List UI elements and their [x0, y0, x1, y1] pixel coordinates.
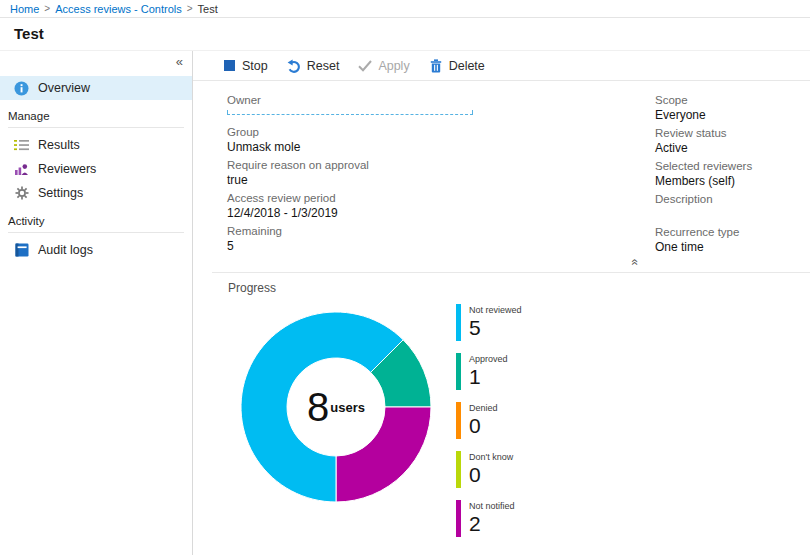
field-label: Group [227, 125, 655, 140]
field-value: Members (self) [655, 174, 810, 189]
breadcrumb-separator-icon: > [44, 3, 50, 14]
field-label: Remaining [227, 224, 655, 239]
reset-button[interactable]: Reset [287, 59, 340, 73]
field-recurrence-type: Recurrence type One time [655, 225, 810, 255]
field-value: 12/4/2018 - 1/3/2019 [227, 206, 655, 221]
apply-button[interactable]: Apply [358, 59, 409, 73]
reset-undo-icon [287, 59, 301, 73]
chart-legend: Not reviewed 5 Approved 1 [456, 304, 522, 549]
legend-item-not-notified: Not notified 2 [456, 500, 522, 537]
field-remaining: Remaining 5 [227, 224, 655, 254]
apply-check-icon [358, 59, 372, 73]
stop-button[interactable]: Stop [222, 59, 268, 73]
legend-value: 0 [469, 414, 498, 437]
progress-section: Progress 8users Not reviewed 5 [193, 273, 810, 502]
legend-value: 5 [469, 316, 522, 339]
main-panel: Stop Reset Apply [193, 51, 810, 555]
sidebar-item-reviewers[interactable]: Reviewers [0, 157, 192, 181]
command-bar: Stop Reset Apply [193, 51, 810, 81]
field-label: Scope [655, 93, 810, 108]
sidebar-item-results[interactable]: Results [0, 133, 192, 157]
field-label: Recurrence type [655, 225, 810, 240]
field-value: One time [655, 240, 810, 255]
field-value: 5 [227, 239, 655, 254]
stop-button-label: Stop [242, 59, 268, 73]
legend-item-denied: Denied 0 [456, 402, 522, 439]
delete-button[interactable]: Delete [429, 59, 485, 73]
sidebar-item-label: Reviewers [38, 162, 96, 176]
sidebar-section-activity: Activity [8, 214, 192, 228]
results-list-icon [14, 138, 29, 153]
field-label: Require reason on approval [227, 158, 655, 173]
gear-icon [14, 186, 29, 201]
donut-chart: 8users [241, 312, 431, 502]
legend-label: Not reviewed [469, 304, 522, 316]
donut-chart-svg [241, 312, 431, 502]
legend-label: Don't know [469, 451, 513, 463]
field-label: Access review period [227, 191, 655, 206]
field-label: Selected reviewers [655, 159, 810, 174]
legend-value: 0 [469, 463, 513, 486]
field-owner: Owner [227, 93, 655, 115]
page-title: Test [14, 25, 44, 42]
sidebar-collapse-icon[interactable]: « [176, 55, 183, 69]
divider [8, 127, 184, 128]
legend-item-approved: Approved 1 [456, 353, 522, 390]
legend-value: 1 [469, 365, 508, 388]
legend-value: 2 [469, 512, 515, 535]
donut-segment [336, 407, 431, 502]
owner-empty-field[interactable] [227, 110, 473, 115]
collapse-essentials-icon[interactable]: « [629, 259, 641, 266]
field-value: Unmask mole [227, 140, 655, 155]
legend-label: Denied [469, 402, 498, 414]
legend-label: Not notified [469, 500, 515, 512]
reset-button-label: Reset [307, 59, 340, 73]
sidebar-item-label: Settings [38, 186, 83, 200]
field-value: true [227, 173, 655, 188]
essentials-left-column: Owner Group Unmask mole Require reason o… [227, 93, 655, 258]
breadcrumb-current: Test [198, 3, 218, 15]
legend-label: Approved [469, 353, 508, 365]
field-selected-reviewers: Selected reviewers Members (self) [655, 159, 810, 189]
legend-color-bar [456, 353, 461, 390]
breadcrumb-separator-icon: > [187, 3, 193, 14]
legend-color-bar [456, 451, 461, 488]
essentials-right-column: Scope Everyone Review status Active Sele… [655, 93, 810, 258]
sidebar: « Overview Manage Results Reviewers [0, 51, 193, 555]
essentials-panel: Owner Group Unmask mole Require reason o… [193, 81, 810, 258]
sidebar-item-label: Results [38, 138, 80, 152]
sidebar-item-settings[interactable]: Settings [0, 181, 192, 205]
legend-color-bar [456, 500, 461, 537]
delete-trash-icon [429, 59, 443, 73]
field-group: Group Unmask mole [227, 125, 655, 155]
field-value [655, 207, 810, 222]
reviewers-people-icon [14, 162, 29, 177]
legend-color-bar [456, 304, 461, 341]
field-scope: Scope Everyone [655, 93, 810, 123]
field-value: Everyone [655, 108, 810, 123]
apply-button-label: Apply [378, 59, 409, 73]
legend-item-dont-know: Don't know 0 [456, 451, 522, 488]
essentials-collapse-row: « [193, 258, 810, 272]
audit-logs-icon [14, 243, 29, 258]
field-label: Owner [227, 93, 655, 108]
field-label: Review status [655, 126, 810, 141]
field-value: Active [655, 141, 810, 156]
title-bar: Test [0, 18, 810, 49]
info-icon [14, 81, 29, 96]
breadcrumb-access-reviews[interactable]: Access reviews - Controls [55, 3, 182, 15]
sidebar-item-overview[interactable]: Overview [0, 76, 192, 100]
sidebar-item-label: Audit logs [38, 243, 93, 257]
divider [8, 232, 184, 233]
delete-button-label: Delete [449, 59, 485, 73]
field-label: Description [655, 192, 810, 207]
stop-icon [222, 59, 236, 73]
sidebar-item-audit-logs[interactable]: Audit logs [0, 238, 192, 262]
sidebar-item-label: Overview [38, 81, 90, 95]
breadcrumb-home[interactable]: Home [10, 3, 39, 15]
breadcrumb: Home > Access reviews - Controls > Test [0, 0, 810, 18]
field-review-period: Access review period 12/4/2018 - 1/3/201… [227, 191, 655, 221]
field-require-reason: Require reason on approval true [227, 158, 655, 188]
field-review-status: Review status Active [655, 126, 810, 156]
sidebar-section-manage: Manage [8, 109, 192, 123]
